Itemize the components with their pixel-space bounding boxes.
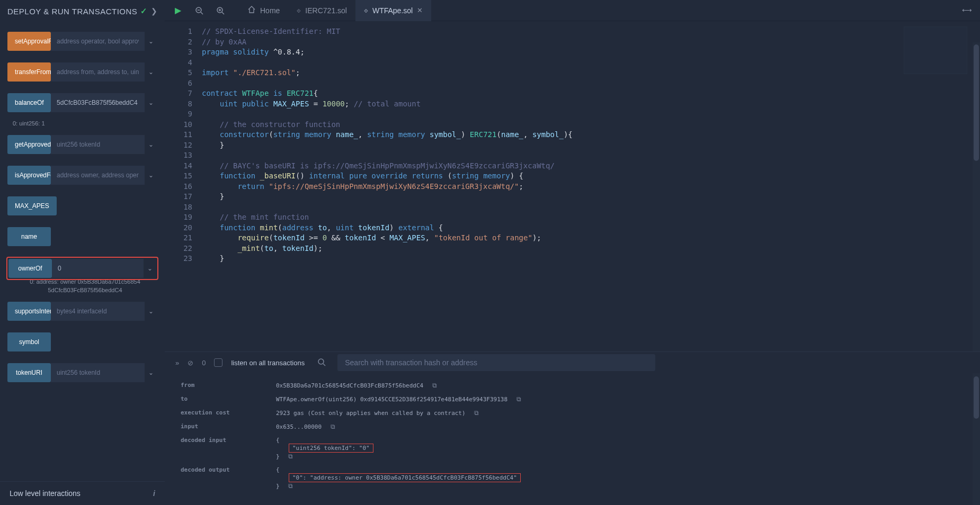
sidebar-title: DEPLOY & RUN TRANSACTIONS ✓ ❯ xyxy=(0,0,165,22)
zoom-in-icon[interactable] xyxy=(215,5,226,16)
func-input-ownerOf[interactable] xyxy=(52,259,144,278)
decoded-output-value: "0": "address: owner 0x5B38Da6a701c56854… xyxy=(289,473,521,482)
svg-line-1 xyxy=(201,12,203,14)
terminal-scrollbar[interactable] xyxy=(973,373,980,505)
copy-icon[interactable]: ⧉ xyxy=(288,482,293,490)
terminal-scrollbar-thumb[interactable] xyxy=(974,376,979,419)
solidity-icon: ⟐ xyxy=(297,6,301,14)
term-key: execution cost xyxy=(181,409,276,417)
func-button-supportsInterface[interactable]: supportsInter xyxy=(7,302,51,321)
scrollbar-thumb[interactable] xyxy=(974,44,979,161)
pending-count: 0 xyxy=(202,359,206,367)
tab-wtfape[interactable]: ⟐WTFApe.sol✕ xyxy=(355,0,431,21)
terminal-body[interactable]: from0x5B38Da6a701c568545dCfcB03FcB875f56… xyxy=(165,373,980,505)
func-input-getApproved[interactable] xyxy=(51,135,145,154)
function-isApprovedForAll: isApprovedFor⌄ xyxy=(7,166,157,185)
chevron-down-icon[interactable]: ⌄ xyxy=(145,363,157,382)
solidity-icon: ⟐ xyxy=(364,6,368,14)
topbar: ▶ Home⟐IERC721.sol⟐WTFApe.sol✕ ⟷ xyxy=(165,0,980,21)
decoded-input-value: "uint256 tokenId": "0" xyxy=(289,444,373,453)
home-icon xyxy=(247,5,256,15)
term-row-input: input0x635...00000 ⧉ xyxy=(181,420,964,434)
func-button-tokenURI[interactable]: tokenURI xyxy=(7,363,51,382)
function-MAX_APES: MAX_APES xyxy=(7,196,157,215)
chevron-down-icon[interactable]: ⌄ xyxy=(145,62,157,82)
terminal: » ⊘ 0 listen on all transactions from0x5… xyxy=(165,351,980,505)
func-button-MAX_APES[interactable]: MAX_APES xyxy=(7,196,57,215)
func-button-symbol[interactable]: symbol xyxy=(7,332,51,351)
run-icon[interactable]: ▶ xyxy=(172,5,184,16)
term-val: WTFApe.ownerOf(uint256) 0xd9145CCE52D386… xyxy=(276,395,964,403)
search-icon[interactable] xyxy=(317,358,327,367)
func-button-ownerOf[interactable]: ownerOf xyxy=(8,259,52,278)
copy-icon[interactable]: ⧉ xyxy=(432,382,437,389)
terminal-search-input[interactable] xyxy=(337,354,655,371)
tab-label: IERC721.sol xyxy=(305,6,347,15)
copy-icon[interactable]: ⧉ xyxy=(288,453,293,460)
function-getApproved: getApproved⌄ xyxy=(7,135,157,154)
code-area[interactable]: // SPDX-License-Identifier: MIT// by 0xA… xyxy=(202,21,980,351)
func-input-balanceOf[interactable] xyxy=(51,93,145,112)
function-ownerOf: ownerOf⌄ xyxy=(7,258,157,279)
func-button-transferFrom[interactable]: transferFrom xyxy=(7,62,51,82)
low-level-interactions[interactable]: Low level interactions i xyxy=(0,481,165,505)
chevron-down-icon[interactable]: ⌄ xyxy=(144,259,156,278)
copy-icon[interactable]: ⧉ xyxy=(331,423,335,430)
term-val: 2923 gas (Cost only applies when called … xyxy=(276,409,964,417)
function-transferFrom: transferFrom⌄ xyxy=(7,62,157,82)
collapse-icon[interactable]: ❯ xyxy=(151,7,158,15)
listen-checkbox[interactable] xyxy=(214,358,222,367)
function-symbol: symbol xyxy=(7,332,157,351)
minimap[interactable] xyxy=(904,26,967,74)
func-input-supportsInterface[interactable] xyxy=(51,302,145,321)
chevron-down-icon[interactable]: ⌄ xyxy=(145,302,157,321)
sidebar-title-text: DEPLOY & RUN TRANSACTIONS xyxy=(7,7,137,16)
term-val: 0x635...00000 ⧉ xyxy=(276,423,964,430)
func-input-setApprovalForAll[interactable] xyxy=(51,32,145,51)
zoom-out-icon[interactable] xyxy=(193,5,205,16)
term-key: input xyxy=(181,423,276,430)
function-list: setApprovalFo⌄transferFrom⌄balanceOf⌄0: … xyxy=(0,22,165,481)
term-val: {"uint256 tokenId": "0"} ⧉ xyxy=(276,437,964,460)
function-name: name xyxy=(7,227,157,246)
tab-home[interactable]: Home xyxy=(239,0,288,21)
func-button-balanceOf[interactable]: balanceOf xyxy=(7,93,51,112)
func-button-getApproved[interactable]: getApproved xyxy=(7,135,51,154)
function-balanceOf: balanceOf⌄ xyxy=(7,93,157,112)
chevron-down-icon[interactable]: ⌄ xyxy=(145,166,157,185)
func-input-tokenURI[interactable] xyxy=(51,363,145,382)
tab-label: Home xyxy=(260,6,280,15)
func-button-setApprovalForAll[interactable]: setApprovalFo xyxy=(7,32,51,51)
svg-point-7 xyxy=(318,359,324,364)
tab-label: WTFApe.sol xyxy=(372,6,413,15)
chevron-down-icon[interactable]: ⌄ xyxy=(145,32,157,51)
low-level-label: Low level interactions xyxy=(10,489,81,498)
func-input-isApprovedForAll[interactable] xyxy=(51,166,145,185)
expand-icon[interactable]: ⟷ xyxy=(961,5,973,16)
editor-scrollbar[interactable] xyxy=(973,42,980,351)
term-val: 0x5B38Da6a701c568545dCfcB03FcB875f56bedd… xyxy=(276,382,964,389)
term-key: decoded input xyxy=(181,437,276,460)
collapse-terminal-icon[interactable]: » xyxy=(175,359,179,367)
copy-icon[interactable]: ⧉ xyxy=(516,395,521,403)
chevron-down-icon[interactable]: ⌄ xyxy=(145,135,157,154)
func-output-ownerOf: 0: address: owner 0x5B38Da6a701c568545dC… xyxy=(7,278,157,294)
term-val: {"0": "address: owner 0x5B38Da6a701c5685… xyxy=(276,466,964,490)
term-key: decoded output xyxy=(181,466,276,490)
tab-ierc721[interactable]: ⟐IERC721.sol xyxy=(288,0,355,21)
copy-icon[interactable]: ⧉ xyxy=(474,409,479,417)
close-icon[interactable]: ✕ xyxy=(417,6,423,14)
clear-terminal-icon[interactable]: ⊘ xyxy=(188,359,193,367)
line-gutter: 1234567891011121314151617181920212223 xyxy=(165,21,202,351)
code-editor[interactable]: 1234567891011121314151617181920212223 //… xyxy=(165,21,980,351)
main-panel: ▶ Home⟐IERC721.sol⟐WTFApe.sol✕ ⟷ 1234567… xyxy=(165,0,980,505)
info-icon[interactable]: i xyxy=(153,489,155,498)
chevron-down-icon[interactable]: ⌄ xyxy=(145,93,157,112)
deploy-sidebar: DEPLOY & RUN TRANSACTIONS ✓ ❯ setApprova… xyxy=(0,0,165,505)
func-button-name[interactable]: name xyxy=(7,227,51,246)
func-input-transferFrom[interactable] xyxy=(51,62,145,82)
terminal-header: » ⊘ 0 listen on all transactions xyxy=(165,352,980,373)
term-row-decoded-output: decoded output{"0": "address: owner 0x5B… xyxy=(181,463,964,493)
term-key: to xyxy=(181,395,276,403)
func-button-isApprovedForAll[interactable]: isApprovedFor xyxy=(7,166,51,185)
